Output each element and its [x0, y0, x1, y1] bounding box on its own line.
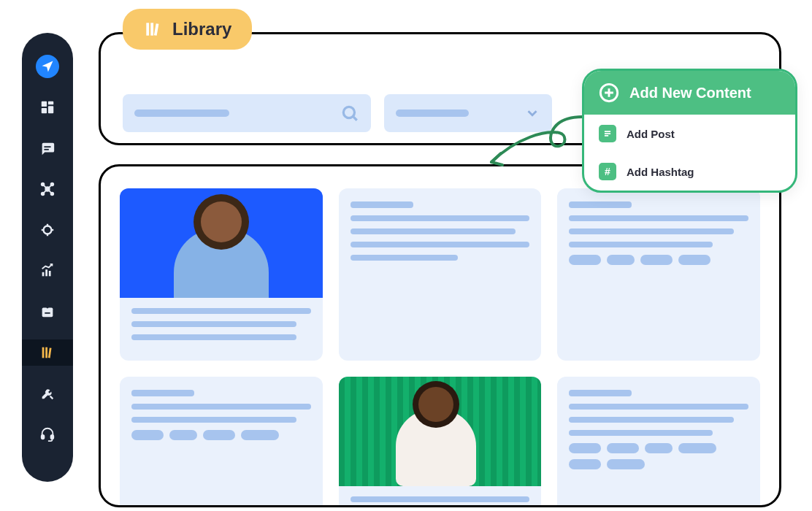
sidebar-item-analytics[interactable]: [22, 258, 73, 284]
sidebar: [22, 33, 73, 482]
svg-rect-21: [45, 269, 47, 276]
add-new-content-button[interactable]: Add New Content: [584, 71, 795, 115]
svg-rect-1: [48, 101, 53, 105]
svg-rect-25: [42, 347, 45, 358]
sidebar-item-tools[interactable]: [22, 380, 73, 407]
content-card[interactable]: [120, 377, 323, 507]
navigate-icon: [40, 59, 55, 74]
sidebar-item-inbox[interactable]: [22, 299, 73, 325]
hashtag-icon: #: [599, 163, 616, 180]
plus-circle-icon: [599, 82, 619, 103]
support-icon: [39, 426, 55, 442]
content-card[interactable]: [339, 377, 542, 507]
add-hashtag-label: Add Hashtag: [627, 166, 694, 178]
sidebar-item-navigate[interactable]: [22, 53, 73, 80]
library-icon: [39, 345, 55, 361]
svg-rect-4: [44, 146, 50, 147]
svg-rect-0: [42, 101, 47, 107]
sidebar-item-network[interactable]: [22, 176, 73, 202]
content-card[interactable]: [120, 188, 323, 361]
content-grid-panel: [99, 164, 781, 507]
add-content-label: Add New Content: [629, 85, 751, 101]
add-content-dropdown: Add New Content Add Post # Add Hashtag: [582, 69, 797, 193]
network-icon: [39, 181, 55, 197]
dashboard-icon: [39, 99, 55, 115]
filter-select[interactable]: [384, 94, 552, 132]
tools-icon: [39, 385, 55, 402]
add-post-item[interactable]: Add Post: [584, 115, 795, 153]
library-tab[interactable]: Library: [123, 9, 252, 50]
svg-rect-20: [42, 272, 45, 277]
post-icon: [599, 125, 616, 142]
sidebar-item-target[interactable]: [22, 217, 73, 243]
card-image: [120, 188, 323, 298]
sidebar-item-library[interactable]: [22, 339, 73, 366]
sidebar-item-messages[interactable]: [22, 135, 73, 161]
content-card[interactable]: [557, 377, 760, 507]
chevron-down-icon: [524, 105, 540, 121]
search-placeholder: [134, 110, 229, 117]
svg-point-33: [343, 107, 354, 118]
svg-rect-29: [51, 435, 54, 439]
svg-rect-28: [42, 435, 45, 439]
add-post-label: Add Post: [627, 128, 675, 140]
sidebar-item-support[interactable]: [22, 421, 73, 447]
card-image: [339, 377, 542, 486]
search-icon: [340, 104, 359, 123]
svg-rect-26: [45, 347, 47, 358]
content-card[interactable]: [339, 188, 542, 361]
analytics-icon: [39, 263, 55, 279]
svg-rect-5: [44, 149, 48, 150]
svg-point-15: [44, 226, 52, 234]
library-icon: [143, 20, 162, 39]
library-label: Library: [172, 19, 231, 39]
target-icon: [39, 222, 55, 238]
content-card[interactable]: [557, 188, 760, 361]
svg-rect-31: [150, 23, 153, 35]
add-hashtag-item[interactable]: # Add Hashtag: [584, 153, 795, 191]
svg-rect-30: [146, 23, 149, 35]
svg-rect-2: [48, 106, 53, 113]
filter-placeholder: [396, 110, 469, 117]
svg-line-34: [353, 116, 356, 120]
sidebar-item-dashboard[interactable]: [22, 94, 73, 120]
inbox-icon: [39, 304, 55, 320]
svg-rect-27: [48, 347, 52, 358]
search-input[interactable]: [123, 94, 371, 132]
svg-rect-32: [154, 23, 159, 36]
svg-rect-3: [42, 108, 47, 113]
svg-rect-22: [49, 271, 51, 276]
svg-rect-24: [45, 312, 50, 314]
messages-icon: [39, 140, 55, 156]
